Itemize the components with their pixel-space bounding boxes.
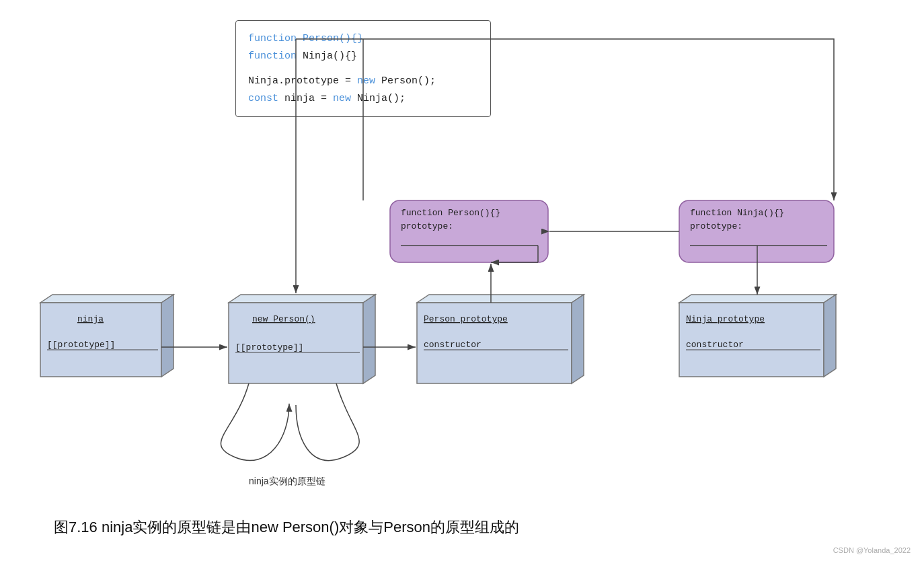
person-func-line2: prototype: bbox=[401, 221, 453, 231]
code-block: function Person(){} function Ninja(){} N… bbox=[235, 20, 491, 117]
person-call: Person(); bbox=[381, 75, 436, 87]
ninja-box-side bbox=[161, 295, 174, 377]
personproto-box-top bbox=[417, 295, 584, 303]
kw-new1: new bbox=[357, 75, 375, 87]
code-line-5: const ninja = new Ninja(); bbox=[248, 90, 478, 108]
arrow-curve-right bbox=[296, 383, 359, 461]
kw-const: const bbox=[248, 93, 278, 104]
ninja-box-front bbox=[40, 303, 161, 377]
watermark: CSDN @Yolanda_2022 bbox=[833, 546, 911, 554]
newperson-box-top bbox=[229, 295, 375, 303]
code-ninja-decl: Ninja(){} bbox=[303, 50, 357, 62]
arrow-curve-left bbox=[221, 383, 289, 461]
caption-text: ninja实例的原型链 bbox=[249, 476, 325, 486]
ninja-box-top bbox=[40, 295, 174, 303]
ninja-func-line2: prototype: bbox=[690, 221, 742, 231]
person-func-line1: function Person(){} bbox=[401, 208, 500, 218]
figure-caption: 图7.16 ninja实例的原型链是由new Person()对象与Person… bbox=[54, 517, 519, 537]
ninja-box-title: ninja bbox=[77, 314, 104, 324]
page-container: function Person(){} function Ninja(){} N… bbox=[0, 0, 924, 561]
personproto-box-front bbox=[417, 303, 572, 383]
ninjaproto-box-top bbox=[679, 295, 836, 303]
arrow-top-rect bbox=[491, 39, 834, 200]
personproto-box-prop: constructor bbox=[424, 340, 482, 350]
code-line-1: function Person(){} bbox=[248, 30, 478, 48]
kw-function2: function bbox=[248, 50, 297, 62]
ninjaproto-box-title: Ninja prototype bbox=[686, 314, 765, 324]
newperson-box-side bbox=[363, 295, 375, 383]
kw-function1: function Person(){} bbox=[248, 33, 363, 44]
personproto-box-side bbox=[572, 295, 584, 383]
kw-new2: new bbox=[333, 93, 351, 104]
ninjaproto-box-side bbox=[824, 295, 836, 377]
ninjaproto-box-front bbox=[679, 303, 824, 377]
personproto-box-title: Person prototype bbox=[424, 314, 508, 324]
ninja-func-box-bg bbox=[679, 200, 834, 262]
newperson-box-prop: [[prototype]] bbox=[235, 342, 303, 352]
ninja-func-line1: function Ninja(){} bbox=[690, 208, 784, 218]
code-spacer bbox=[248, 65, 478, 73]
code-line-2: function Ninja(){} bbox=[248, 48, 478, 65]
ninjaproto-box-prop: constructor bbox=[686, 340, 744, 350]
ninja-proto-assign: Ninja.prototype = bbox=[248, 75, 357, 87]
ninja-box-prop: [[prototype]] bbox=[47, 340, 115, 350]
person-func-box-bg bbox=[390, 200, 548, 262]
ninja-assign: ninja = bbox=[284, 93, 333, 104]
code-line-4: Ninja.prototype = new Person(); bbox=[248, 73, 478, 90]
newperson-box-title: new Person() bbox=[252, 314, 315, 324]
newperson-box-front bbox=[229, 303, 363, 383]
ninja-call: Ninja(); bbox=[357, 93, 406, 104]
